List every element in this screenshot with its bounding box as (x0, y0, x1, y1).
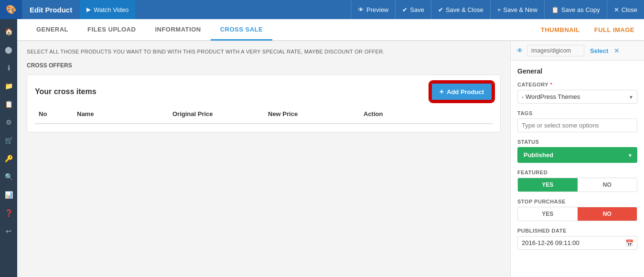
sidebar-icon-help[interactable]: ❓ (0, 204, 17, 222)
cross-items-container: Your cross items + Add Product No Name O… (27, 75, 501, 132)
logo-area: 🎨 (0, 0, 22, 19)
top-header: 🎨 Edit Product ▶ Watch Video 👁 Preview ✔… (0, 0, 644, 19)
image-path: images/digicom (527, 45, 584, 56)
sidebar-icon-search[interactable]: 🔍 (0, 168, 17, 185)
category-field-group: CATEGORY * - WordPress Themes (517, 82, 637, 104)
category-select[interactable]: - WordPress Themes (517, 90, 637, 104)
right-section-title: General (517, 67, 637, 75)
tab-information-label: INFORMATION (155, 26, 201, 33)
cross-items-title: Your cross items (35, 87, 97, 96)
tabs-bar: GENERAL FILES UPLOAD INFORMATION CROSS S… (17, 19, 644, 41)
sidebar-icon-info[interactable]: ℹ (0, 59, 17, 76)
sidebar-icon-chart[interactable]: 📊 (0, 186, 17, 203)
save-close-icon: ✔ (438, 6, 443, 13)
right-panel-content: General CATEGORY * - WordPress Themes (511, 61, 644, 263)
page-title: Edit Product (30, 6, 72, 14)
col-name: Name (73, 108, 169, 119)
times-icon[interactable]: ✕ (614, 47, 620, 54)
cross-offers-label: CROSS OFFERS (27, 62, 501, 69)
stop-purchase-field-group: STOP PURCHASE YES NO (517, 199, 637, 221)
tab-general[interactable]: GENERAL (27, 20, 78, 41)
save-close-button[interactable]: ✔ Save & Close (431, 0, 490, 19)
tab-files-upload[interactable]: FILES UPLOAD (78, 20, 145, 41)
tab-cross-sale[interactable]: CROSS SALE (211, 20, 273, 41)
plus-icon: + (440, 87, 444, 96)
save-copy-button[interactable]: 📋 Save as Copy (544, 0, 607, 19)
tags-field-group: TAGS (517, 110, 637, 132)
save-icon: ✔ (402, 6, 408, 13)
save-new-button[interactable]: + Save & New (490, 0, 544, 19)
cross-items-header: Your cross items + Add Product (35, 83, 493, 101)
stop-yes-button[interactable]: YES (518, 207, 578, 221)
right-panel: 👁 images/digicom Select ✕ General CATEGO… (510, 41, 644, 277)
header-actions: 👁 Preview ✔ Save ✔ Save & Close + Save &… (351, 0, 644, 19)
tab-full-image[interactable]: FULL IMAGE (594, 26, 634, 33)
watch-video-button[interactable]: ▶ Watch Video (80, 0, 135, 19)
sidebar-icon-key[interactable]: 🔑 (0, 150, 17, 167)
close-button[interactable]: ✕ Close (607, 0, 644, 19)
featured-toggle: YES NO (517, 178, 637, 192)
published-date-label: PUBLISHED DATE (517, 228, 637, 234)
tab-right: THUMBNAIL FULL IMAGE (541, 26, 634, 33)
col-no: No (35, 108, 73, 119)
tags-input[interactable] (517, 118, 637, 132)
save-label: Save (410, 6, 424, 13)
eye-icon[interactable]: 👁 (516, 47, 523, 54)
sidebar-icon-folder[interactable]: 📁 (0, 77, 17, 95)
logo-icon: 🎨 (6, 4, 16, 15)
sidebar-icon-home[interactable]: 🏠 (0, 23, 17, 40)
published-date-input[interactable] (517, 236, 637, 250)
edit-product-label: Edit Product (22, 0, 80, 19)
sidebar-icon-back[interactable]: ↩ (0, 223, 17, 240)
tags-label: TAGS (517, 110, 637, 116)
image-selector: 👁 images/digicom Select ✕ (511, 41, 644, 61)
featured-no-button[interactable]: NO (578, 178, 637, 192)
save-copy-label: Save as Copy (561, 6, 600, 13)
tab-information[interactable]: INFORMATION (145, 20, 210, 41)
close-icon: ✕ (614, 6, 619, 13)
published-date-field-group: PUBLISHED DATE 📅 (517, 228, 637, 250)
main-content: GENERAL FILES UPLOAD INFORMATION CROSS S… (17, 19, 644, 277)
status-select[interactable]: Published Draft (517, 147, 637, 163)
left-panel: SELECT ALL THOSE PRODUCTS YOU WANT TO BI… (17, 41, 510, 277)
sidebar-icon-cart[interactable]: 🛒 (0, 132, 17, 149)
add-product-button[interactable]: + Add Product (431, 83, 493, 101)
stop-purchase-label: STOP PURCHASE (517, 199, 637, 204)
save-new-label: Save & New (503, 6, 537, 13)
sidebar-icon-circle[interactable]: ⬤ (0, 41, 17, 58)
featured-label: FEATURED (517, 170, 637, 175)
sidebar-icon-settings[interactable]: ⚙ (0, 114, 17, 131)
featured-yes-button[interactable]: YES (518, 178, 578, 192)
featured-field-group: FEATURED YES NO (517, 170, 637, 192)
date-input-wrapper: 📅 (517, 236, 637, 250)
sidebar: 🏠 ⬤ ℹ 📁 📋 ⚙ 🛒 🔑 🔍 📊 ❓ ↩ (0, 19, 17, 277)
preview-icon: 👁 (358, 6, 364, 13)
close-label: Close (622, 6, 637, 13)
select-link[interactable]: Select (588, 47, 610, 54)
sidebar-icon-list[interactable]: 📋 (0, 96, 17, 113)
category-required: * (550, 82, 552, 87)
description-text: SELECT ALL THOSE PRODUCTS YOU WANT TO BI… (27, 49, 501, 54)
calendar-icon[interactable]: 📅 (625, 239, 633, 247)
preview-label: Preview (366, 6, 388, 13)
status-label: STATUS (517, 139, 637, 145)
save-close-label: Save & Close (446, 6, 483, 13)
stop-no-button[interactable]: NO (578, 207, 637, 221)
save-button[interactable]: ✔ Save (395, 0, 431, 19)
status-field-group: STATUS Published Draft (517, 139, 637, 163)
preview-button[interactable]: 👁 Preview (351, 0, 395, 19)
col-action: Action (360, 108, 493, 119)
tab-general-label: GENERAL (36, 26, 68, 33)
layout: 🏠 ⬤ ℹ 📁 📋 ⚙ 🛒 🔑 🔍 📊 ❓ ↩ GENERAL FILES UP… (0, 19, 644, 277)
col-new-price: New Price (264, 108, 360, 119)
tab-cross-sale-label: CROSS SALE (220, 26, 263, 33)
watch-video-label: Watch Video (94, 6, 129, 13)
col-original-price: Original Price (169, 108, 264, 119)
save-copy-icon: 📋 (551, 6, 559, 13)
tab-thumbnail[interactable]: THUMBNAIL (541, 26, 580, 33)
stop-purchase-toggle: YES NO (517, 207, 637, 221)
category-label: CATEGORY * (517, 82, 637, 87)
category-select-wrapper: - WordPress Themes (517, 90, 637, 104)
save-new-icon: + (497, 6, 501, 13)
table-header: No Name Original Price New Price Action (35, 108, 493, 124)
